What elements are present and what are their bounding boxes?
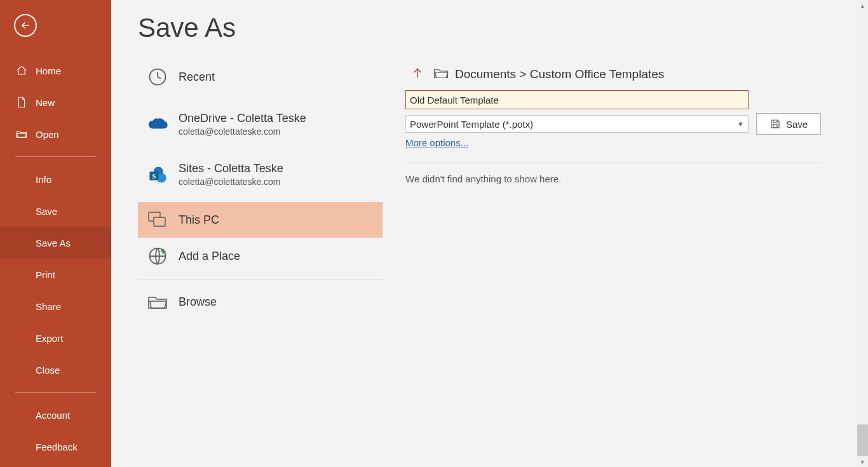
location-onedrive-title: OneDrive - Coletta Teske xyxy=(179,112,306,125)
nav-new[interactable]: New xyxy=(0,86,111,118)
back-button[interactable] xyxy=(14,14,37,37)
clock-icon xyxy=(143,67,172,86)
scroll-down-button[interactable]: ▾ xyxy=(857,456,868,467)
svg-rect-52 xyxy=(773,125,777,128)
more-options-link[interactable]: More options... xyxy=(405,137,468,148)
nav-options[interactable]: Options xyxy=(0,463,111,467)
nav-save-as[interactable]: Save As xyxy=(0,227,111,259)
nav-share-label: Share xyxy=(36,301,61,312)
nav-account-label: Account xyxy=(36,410,70,421)
add-place-icon xyxy=(143,247,172,266)
nav-new-label: New xyxy=(36,97,55,108)
breadcrumb[interactable]: Documents > Custom Office Templates xyxy=(455,67,664,81)
new-doc-icon xyxy=(15,96,28,109)
nav-open[interactable]: Open xyxy=(0,118,111,150)
location-add-place-label: Add a Place xyxy=(179,250,240,263)
nav-open-label: Open xyxy=(36,129,59,140)
main-panel: Save As Recent OneDrive - Coletta Teske … xyxy=(111,0,857,467)
filetype-select[interactable]: PowerPoint Template (*.potx) ▼ xyxy=(405,115,749,133)
details-divider xyxy=(405,163,822,163)
save-button[interactable]: Save xyxy=(756,113,821,135)
nav-export[interactable]: Export xyxy=(0,322,111,354)
location-add-place[interactable]: Add a Place xyxy=(138,238,383,274)
nav-home[interactable]: Home xyxy=(0,55,111,86)
nav-print-label: Print xyxy=(36,269,55,280)
nav-export-label: Export xyxy=(36,333,63,344)
location-list: Recent OneDrive - Coletta Teske coletta@… xyxy=(138,58,383,318)
nav-save[interactable]: Save xyxy=(0,195,111,227)
location-browse-label: Browse xyxy=(179,295,217,309)
location-sites-sub: coletta@colettateske.com xyxy=(179,177,283,187)
nav-info-label: Info xyxy=(36,174,51,185)
empty-message: We didn't find anything to show here. xyxy=(405,173,829,184)
nav-print[interactable]: Print xyxy=(0,259,111,290)
location-onedrive-sub: coletta@colettateske.com xyxy=(179,126,306,137)
location-this-pc-label: This PC xyxy=(179,213,219,227)
nav-share[interactable]: Share xyxy=(0,290,111,322)
scroll-up-button[interactable]: ▴ xyxy=(857,0,868,11)
nav-save-as-label: Save As xyxy=(36,238,71,248)
sidebar-divider-2 xyxy=(15,392,96,393)
sidebar-divider-1 xyxy=(15,156,96,157)
chevron-down-icon: ▼ xyxy=(737,120,744,128)
sharepoint-icon: S xyxy=(143,165,172,184)
location-recent[interactable]: Recent xyxy=(138,58,383,95)
browse-folder-icon xyxy=(143,294,172,309)
location-sites-title: Sites - Coletta Teske xyxy=(179,162,283,175)
up-folder-button[interactable] xyxy=(405,64,430,85)
svg-rect-47 xyxy=(154,217,165,226)
details-panel: Documents > Custom Office Templates Powe… xyxy=(405,0,857,184)
nav-account[interactable]: Account xyxy=(0,399,111,431)
arrow-up-icon xyxy=(410,66,424,80)
backstage-sidebar: Home New Open Info Save Save As Print Sh… xyxy=(0,0,111,467)
location-this-pc[interactable]: This PC xyxy=(138,202,383,238)
nav-info[interactable]: Info xyxy=(0,163,111,195)
onedrive-icon xyxy=(143,118,172,132)
svg-text:S: S xyxy=(152,172,156,179)
scroll-thumb[interactable] xyxy=(857,424,868,456)
location-recent-label: Recent xyxy=(179,71,215,84)
home-icon xyxy=(15,64,28,77)
nav-close-label: Close xyxy=(36,365,60,376)
save-button-label: Save xyxy=(786,119,808,130)
filetype-value: PowerPoint Template (*.potx) xyxy=(410,119,533,130)
location-browse[interactable]: Browse xyxy=(138,285,383,318)
nav-feedback-label: Feedback xyxy=(36,442,78,452)
arrow-left-icon xyxy=(20,20,31,31)
save-icon xyxy=(770,118,781,130)
nav-home-label: Home xyxy=(36,65,61,76)
folder-icon xyxy=(430,67,452,82)
filename-input[interactable] xyxy=(405,90,749,109)
location-onedrive[interactable]: OneDrive - Coletta Teske coletta@coletta… xyxy=(138,103,383,146)
this-pc-icon xyxy=(143,211,172,229)
location-divider xyxy=(138,280,383,280)
nav-feedback[interactable]: Feedback xyxy=(0,431,111,463)
vertical-scrollbar[interactable]: ▴ ▾ xyxy=(857,0,868,467)
location-sites[interactable]: S Sites - Coletta Teske coletta@colettat… xyxy=(138,153,383,196)
nav-close[interactable]: Close xyxy=(0,354,111,386)
page-title: Save As xyxy=(138,13,236,43)
nav-save-label: Save xyxy=(36,206,57,217)
folder-open-icon xyxy=(15,128,28,140)
